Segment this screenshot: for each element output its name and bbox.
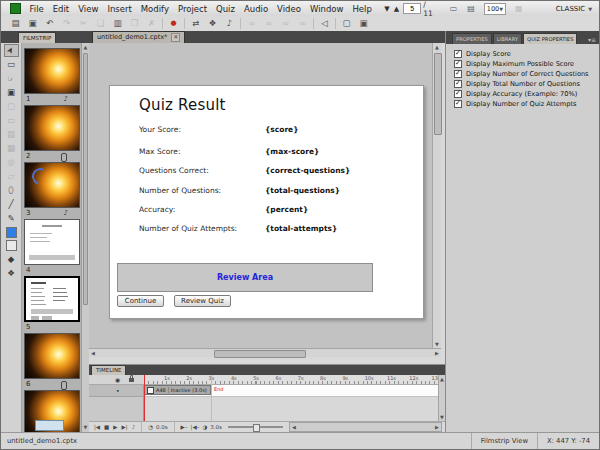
slide-thumbnail[interactable] (24, 390, 80, 432)
line-tool-icon[interactable]: ╱ (4, 198, 19, 211)
quiz-option-row[interactable]: Display Number of Correct Questions (454, 69, 589, 78)
scroll-down-icon[interactable]: ▼ (433, 340, 441, 348)
checkbox-checked-icon[interactable] (454, 50, 462, 58)
visibility-dot-icon[interactable]: • (116, 387, 120, 394)
close-icon[interactable]: ✕ (171, 33, 180, 42)
menu-help[interactable]: Help (348, 2, 376, 16)
slide-thumbnail[interactable] (24, 276, 80, 322)
selection-tool-icon[interactable]: ➤ (4, 44, 19, 57)
quiz-row-value[interactable]: {correct-questions} (265, 166, 350, 175)
quiz-row-label[interactable]: Accuracy: (139, 205, 175, 214)
filmstrip-slide-4[interactable]: 4 (22, 219, 80, 276)
checkbox-checked-icon[interactable] (454, 100, 462, 108)
move-playhead-icon[interactable]: |◀– (191, 424, 200, 430)
continue-button[interactable]: Continue (117, 295, 164, 307)
skip-icon[interactable]: ❖ (204, 17, 221, 30)
slide-thumbnail[interactable] (24, 105, 80, 151)
quiz-row-value[interactable]: {score} (265, 125, 299, 134)
scroll-right-icon[interactable]: ▶ (433, 349, 441, 357)
publish-icon[interactable]: ▤ (462, 4, 480, 13)
canvas-horizontal-scrollbar[interactable]: ◀ ▶ (89, 348, 441, 357)
menu-project[interactable]: Project (173, 2, 211, 16)
quiz-row-value[interactable]: {total-questions} (265, 186, 340, 195)
quiz-option-row[interactable]: Display Number of Quiz Attempts (454, 99, 576, 108)
previous-slide-icon[interactable]: ▼ (382, 5, 391, 13)
scroll-up-icon[interactable]: ▲ (433, 43, 441, 51)
canvas-vertical-scrollbar[interactable]: ▲ ▼ (432, 43, 441, 348)
scrollbar-thumb[interactable] (83, 53, 88, 305)
slide-thumbnail[interactable] (24, 333, 80, 379)
pencil-tool-icon[interactable]: ✎ (4, 212, 19, 225)
goto-start-icon[interactable]: |◀ (94, 424, 100, 430)
stamp-tool-icon[interactable]: ❖ (4, 267, 19, 280)
quiz-row-label[interactable]: Number of Quiz Attempts: (139, 224, 237, 233)
canvas[interactable]: Quiz Result Your Score:{score}Max Score:… (89, 43, 432, 348)
menu-edit[interactable]: Edit (48, 2, 73, 16)
quiz-row-value[interactable]: {max-score} (265, 147, 319, 156)
slide-thumbnail[interactable] (24, 48, 80, 94)
quiz-row-label[interactable]: Your Score: (139, 125, 181, 134)
paste-icon[interactable]: ▥ (109, 17, 126, 30)
scroll-left-icon[interactable]: ◀ (89, 349, 97, 357)
mouse-tool-icon[interactable]: ⬯ (4, 184, 19, 197)
checkbox-checked-icon[interactable] (454, 90, 462, 98)
quiz-row-label[interactable]: Number of Questions: (139, 186, 221, 195)
slide-thumbnail[interactable] (24, 162, 80, 208)
play-tail-icon[interactable]: ▶– (181, 424, 188, 430)
menu-audio[interactable]: Audio (239, 2, 272, 16)
scrollbar-thumb[interactable] (214, 350, 306, 358)
scroll-right-icon[interactable]: ▶ (433, 423, 441, 431)
tab-properties[interactable]: PROPERTIES (452, 33, 492, 44)
track-checkbox[interactable] (147, 387, 154, 394)
swap-background-icon[interactable]: ⇄ (187, 17, 204, 30)
play-icon[interactable]: ▶ (113, 424, 117, 430)
panel-toggle-icon-2[interactable]: ▣ (355, 17, 372, 30)
stop-icon[interactable]: ■ (104, 424, 109, 430)
timeline-object-bar[interactable]: A48 Inactive (3.0s) (144, 385, 211, 395)
filmstrip-slide-5[interactable]: 5 (22, 276, 80, 333)
panel-menu-icon[interactable]: ▾≡ (588, 36, 596, 43)
filmstrip-slide-3[interactable]: 3♪ (22, 162, 80, 219)
quiz-option-row[interactable]: Display Score (454, 49, 511, 58)
scroll-left-icon[interactable]: ◀ (290, 423, 298, 431)
slide-number-input[interactable] (403, 3, 421, 14)
highlight-box-tool-icon[interactable]: ▣ (4, 86, 19, 99)
tab-timeline[interactable]: TIMELINE (91, 365, 126, 375)
fill-color-swatch[interactable] (6, 240, 17, 251)
menu-modify[interactable]: Modify (136, 2, 173, 16)
zoom-select[interactable]: 100 ▼ (484, 3, 506, 15)
menu-video[interactable]: Video (273, 2, 306, 16)
filmstrip-scrollbar[interactable]: ▲ ▼ (81, 43, 89, 432)
open-icon[interactable]: ▤ (7, 17, 24, 30)
speaker-icon[interactable]: ◁ (316, 17, 333, 30)
quiz-row-value[interactable]: {total-attempts} (265, 224, 337, 233)
track-name-row[interactable]: • (89, 385, 143, 397)
text-caption-tool-icon[interactable]: ▭ (4, 58, 19, 71)
tab-quiz-properties[interactable]: QUIZ PROPERTIES (523, 33, 577, 44)
polygon-tool-icon[interactable]: ◆ (4, 253, 19, 266)
scroll-up-icon[interactable]: ▲ (82, 43, 89, 51)
undo-icon[interactable]: ↶ (41, 17, 58, 30)
quiz-option-row[interactable]: Display Maximum Possible Score (454, 59, 574, 68)
mute-icon[interactable]: ♪ (132, 424, 136, 430)
slider-thumb[interactable] (253, 424, 260, 432)
scrollbar-thumb[interactable] (434, 53, 442, 135)
menu-view[interactable]: View (74, 2, 103, 16)
review-area[interactable]: Review Area (117, 263, 373, 292)
document-tab[interactable]: untitled_demo1.cptx* ✕ (92, 31, 185, 43)
checkbox-checked-icon[interactable] (454, 60, 462, 68)
checkbox-checked-icon[interactable] (454, 70, 462, 78)
timeline-track-row[interactable]: A48 Inactive (3.0s) (144, 385, 438, 397)
review-quiz-button[interactable]: Review Quiz (174, 295, 231, 307)
slide-title-text[interactable]: Quiz Result (139, 96, 226, 114)
next-slide-icon[interactable]: ▲ (392, 5, 401, 13)
preview-icon[interactable]: ▭ (445, 4, 463, 13)
filmstrip-slide-6[interactable]: 6 (22, 333, 80, 390)
save-icon[interactable]: ▣ (24, 17, 41, 30)
quiz-option-row[interactable]: Display Total Number of Questions (454, 79, 580, 88)
tab-filmstrip[interactable]: FILMSTRIP (18, 32, 56, 43)
stroke-color-swatch[interactable] (6, 227, 17, 238)
menu-file[interactable]: File (25, 2, 48, 16)
rollover-caption-tool-icon[interactable]: ☞ (4, 72, 19, 85)
filmstrip-slide-1[interactable]: 1♪ (22, 48, 80, 105)
